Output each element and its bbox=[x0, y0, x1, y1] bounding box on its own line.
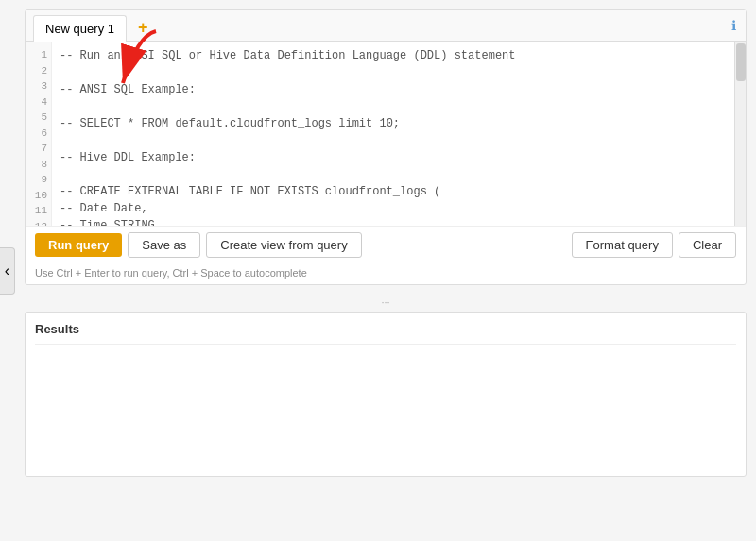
line-number: 12 bbox=[29, 219, 47, 227]
code-editor-area: 123456789101112131415161718192021 -- Run… bbox=[26, 42, 746, 226]
code-line: -- Date Date, bbox=[60, 200, 738, 217]
tabs-bar: New query 1 + ℹ bbox=[26, 10, 746, 42]
line-number: 11 bbox=[29, 203, 47, 219]
panel-divider[interactable]: ··· bbox=[25, 293, 747, 312]
right-toolbar-group: Format query Clear bbox=[572, 232, 736, 258]
code-line: -- Hive DDL Example: bbox=[60, 149, 738, 166]
info-icon[interactable]: ℹ bbox=[731, 18, 736, 33]
content-area: New query 1 + ℹ 123456789101112131415161… bbox=[15, 0, 756, 541]
code-line bbox=[60, 98, 738, 115]
code-content[interactable]: -- Run an ANSI SQL or Hive Data Definiti… bbox=[52, 42, 746, 226]
line-number: 1 bbox=[29, 47, 47, 63]
line-number: 7 bbox=[29, 141, 47, 157]
tab-label: New query 1 bbox=[45, 22, 114, 36]
format-query-button[interactable]: Format query bbox=[572, 232, 673, 258]
keyboard-hint: Use Ctrl + Enter to run query, Ctrl + Sp… bbox=[26, 263, 746, 284]
line-number: 4 bbox=[29, 94, 47, 110]
main-container: ‹ New query 1 + ℹ 1234567891011121314151… bbox=[0, 0, 756, 541]
code-line: -- ANSI SQL Example: bbox=[60, 81, 738, 98]
line-number: 10 bbox=[29, 188, 47, 204]
line-number: 9 bbox=[29, 172, 47, 188]
save-as-button[interactable]: Save as bbox=[128, 232, 200, 258]
results-title: Results bbox=[35, 322, 736, 345]
create-view-button[interactable]: Create view from query bbox=[206, 232, 361, 258]
query-panel: New query 1 + ℹ 123456789101112131415161… bbox=[25, 9, 747, 285]
line-number: 6 bbox=[29, 126, 47, 142]
add-tab-button[interactable]: + bbox=[130, 15, 156, 40]
clear-button[interactable]: Clear bbox=[679, 232, 736, 258]
vertical-scrollbar[interactable] bbox=[734, 42, 746, 226]
line-number: 5 bbox=[29, 110, 47, 126]
results-panel: Results bbox=[25, 312, 747, 477]
code-editor[interactable]: 123456789101112131415161718192021 -- Run… bbox=[26, 42, 746, 226]
code-line bbox=[60, 166, 738, 183]
code-line: -- Time STRING, bbox=[60, 217, 738, 226]
sidebar-collapse-icon: ‹ bbox=[5, 262, 9, 279]
line-number: 8 bbox=[29, 157, 47, 173]
sidebar-toggle[interactable]: ‹ bbox=[0, 247, 15, 295]
editor-toolbar: Run query Save as Create view from query… bbox=[26, 226, 746, 263]
code-line: -- CREATE EXTERNAL TABLE IF NOT EXISTS c… bbox=[60, 183, 738, 200]
code-line: -- Run an ANSI SQL or Hive Data Definiti… bbox=[60, 47, 738, 64]
tab-new-query-1[interactable]: New query 1 bbox=[33, 15, 127, 42]
line-number: 3 bbox=[29, 78, 47, 94]
line-number: 2 bbox=[29, 63, 47, 79]
code-line: -- SELECT * FROM default.cloudfront_logs… bbox=[60, 115, 738, 132]
code-line bbox=[60, 132, 738, 149]
run-query-button[interactable]: Run query bbox=[35, 233, 122, 257]
code-line bbox=[60, 64, 738, 81]
scrollbar-thumb[interactable] bbox=[736, 43, 746, 81]
line-numbers: 123456789101112131415161718192021 bbox=[26, 42, 52, 226]
